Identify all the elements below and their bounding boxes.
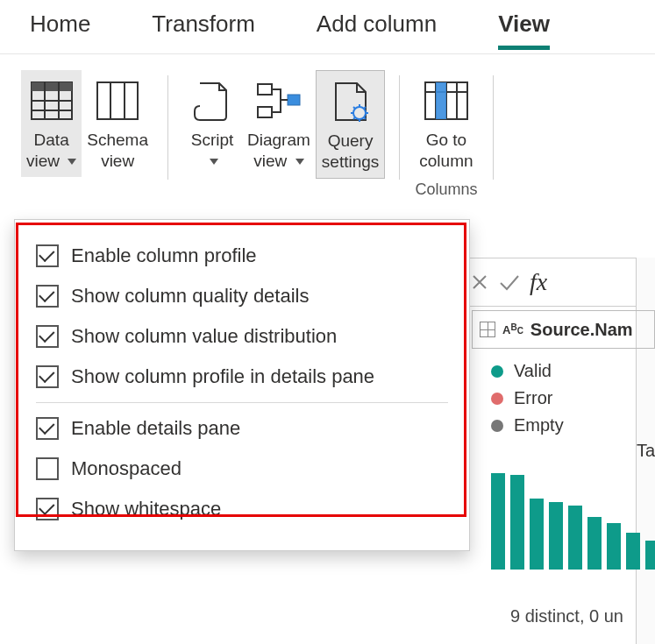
histogram-bar: [645, 541, 655, 570]
data-view-button[interactable]: Data view: [21, 70, 82, 177]
schema-view-button[interactable]: Schema view: [82, 70, 153, 177]
query-settings-icon: [331, 74, 371, 129]
group-divider: [493, 75, 494, 180]
opt-label: Show column value distribution: [71, 325, 337, 348]
opt-show-column-quality[interactable]: Show column quality details: [32, 276, 452, 316]
histogram-bar: [530, 499, 544, 570]
histogram-bar: [568, 506, 582, 570]
histogram-bar: [549, 502, 563, 570]
group-divider: [399, 75, 400, 180]
dot-icon: [491, 365, 503, 378]
query-settings-button[interactable]: Query settings: [316, 70, 385, 179]
histogram-bar: [510, 475, 524, 570]
svg-line-17: [353, 107, 355, 109]
go-to-column-icon: [424, 74, 468, 128]
schema-view-icon: [96, 74, 139, 128]
checkbox-icon[interactable]: [36, 285, 59, 308]
svg-rect-26: [436, 82, 446, 119]
group-divider: [167, 75, 168, 180]
schema-view-label: Schema view: [87, 130, 148, 172]
dot-icon: [491, 420, 503, 432]
svg-rect-9: [258, 84, 272, 95]
tab-transform[interactable]: Transform: [152, 11, 255, 50]
column-name: Source.Nam: [530, 320, 633, 340]
quality-empty: Empty: [491, 412, 564, 439]
svg-line-19: [353, 117, 355, 119]
quality-error: Error: [491, 385, 564, 412]
column-quality: Valid Error Empty: [491, 357, 564, 439]
svg-rect-10: [258, 107, 272, 117]
data-view-label: Data view: [26, 131, 69, 170]
checkbox-icon[interactable]: [36, 244, 59, 267]
table-icon: [480, 322, 495, 337]
svg-rect-11: [288, 95, 300, 105]
opt-label: Show column quality details: [71, 285, 309, 308]
tab-add-column[interactable]: Add column: [317, 11, 437, 50]
go-to-column-button[interactable]: Go to column: [414, 70, 478, 177]
script-icon: [193, 74, 231, 128]
diagram-view-button[interactable]: Diagram view: [242, 70, 316, 179]
chevron-down-icon: [210, 159, 218, 165]
opt-enable-column-profile[interactable]: Enable column profile: [32, 236, 452, 276]
opt-show-whitespace[interactable]: Show whitespace: [32, 489, 452, 529]
opt-label: Show whitespace: [71, 498, 221, 520]
tab-view[interactable]: View: [498, 11, 550, 50]
query-settings-label: Query settings: [322, 131, 379, 173]
histogram-bar: [491, 473, 505, 570]
opt-enable-details-pane[interactable]: Enable details pane: [32, 408, 452, 449]
opt-label: Monospaced: [71, 457, 182, 480]
svg-line-20: [364, 107, 366, 109]
columns-group-caption: Columns: [415, 180, 477, 199]
checkbox-icon[interactable]: [36, 457, 59, 480]
diagram-view-icon: [256, 74, 302, 128]
checkbox-icon[interactable]: [36, 498, 59, 520]
opt-monospaced[interactable]: Monospaced: [32, 449, 452, 489]
formula-bar[interactable]: fx: [465, 258, 655, 307]
ribbon: Data view Schema view Script: [0, 54, 655, 206]
tab-home[interactable]: Home: [30, 11, 90, 50]
checkbox-icon[interactable]: [36, 417, 59, 440]
svg-line-18: [364, 117, 366, 119]
svg-rect-1: [32, 82, 72, 91]
opt-label: Show column profile in details pane: [71, 365, 374, 388]
quality-valid: Valid: [491, 357, 564, 385]
confirm-icon[interactable]: [498, 272, 521, 292]
opt-show-profile-in-details[interactable]: Show column profile in details pane: [32, 357, 452, 397]
data-view-icon: [31, 74, 73, 128]
checkbox-icon[interactable]: [36, 365, 59, 388]
opt-show-value-distribution[interactable]: Show column value distribution: [32, 316, 452, 357]
histogram-bar: [626, 533, 640, 570]
histogram-caption: 9 distinct, 0 un: [510, 606, 623, 626]
opt-label: Enable column profile: [71, 244, 257, 267]
script-button[interactable]: Script: [182, 70, 242, 179]
ribbon-tabs: Home Transform Add column View: [0, 0, 655, 54]
dot-icon: [491, 393, 503, 405]
script-label: Script: [191, 131, 234, 149]
histogram-bar: [607, 523, 621, 570]
checkbox-icon[interactable]: [36, 325, 59, 348]
menu-separator: [36, 402, 448, 403]
data-view-dropdown: Enable column profile Show column qualit…: [14, 219, 470, 551]
svg-rect-6: [97, 82, 138, 119]
chevron-down-icon: [68, 159, 76, 165]
svg-point-12: [353, 107, 366, 119]
fx-label[interactable]: fx: [530, 268, 547, 296]
cancel-icon[interactable]: [470, 272, 489, 292]
histogram-bar: [587, 517, 602, 570]
column-header[interactable]: ABC Source.Nam: [472, 310, 655, 349]
go-to-column-label: Go to column: [419, 130, 473, 172]
chevron-down-icon: [295, 159, 304, 165]
value-distribution-histogram: [491, 473, 655, 570]
opt-label: Enable details pane: [71, 417, 240, 440]
